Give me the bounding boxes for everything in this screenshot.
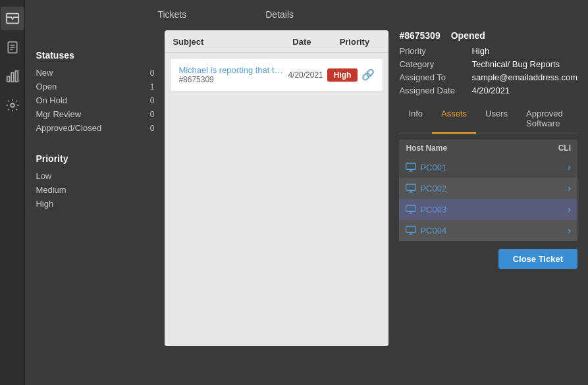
status-mgrreview-label: Mgr Review — [36, 109, 81, 119]
detail-row-assigned-to: Assigned To sample@emailaddress.com — [399, 72, 577, 82]
status-onhold-label: On Hold — [36, 95, 67, 105]
assets-content: Host Name CLI PC001 › — [399, 140, 577, 241]
document-icon[interactable] — [1, 36, 24, 59]
gear-icon[interactable] — [1, 93, 24, 117]
status-new-label: New — [36, 68, 53, 78]
inbox-icon[interactable] — [1, 7, 24, 30]
svg-rect-6 — [11, 73, 14, 82]
status-open-label: Open — [36, 82, 57, 91]
status-mgrreview[interactable]: Mgr Review 0 — [36, 107, 154, 121]
priority-section: Priority Low Medium High — [36, 153, 154, 211]
detail-category-key: Category — [399, 59, 471, 69]
monitor-icon-pc003 — [406, 205, 416, 214]
status-approved-closed-label: Approved/Closed — [36, 123, 101, 133]
detail-priority-key: Priority — [399, 46, 471, 56]
chevron-right-icon-pc001: › — [568, 162, 571, 172]
status-approved-closed[interactable]: Approved/Closed 0 — [36, 121, 154, 135]
svg-point-8 — [11, 103, 14, 107]
tab-assets[interactable]: Assets — [432, 105, 476, 134]
asset-row-pc003[interactable]: PC003 › — [399, 199, 577, 220]
panels-container: Statuses New 0 Open 1 On Hold 0 Mgr Revi… — [36, 30, 577, 376]
statuses-title: Statuses — [36, 50, 154, 61]
svg-rect-9 — [406, 163, 416, 169]
chevron-right-icon-pc002: › — [568, 183, 571, 193]
detail-assigned-date-value: 4/20/2021 — [471, 86, 510, 95]
col-priority-header: Priority — [328, 37, 381, 47]
asset-name-pc003: PC003 — [406, 205, 446, 215]
tickets-header: Subject Date Priority — [165, 30, 388, 53]
col-subject-header: Subject — [173, 37, 275, 47]
chevron-right-icon-pc003: › — [568, 204, 571, 215]
tickets-container: Subject Date Priority Michael is reporti… — [165, 30, 388, 346]
panel-labels: Tickets Details — [36, 9, 577, 20]
svg-rect-12 — [406, 184, 416, 190]
detail-assigned-to-value: sample@emailaddress.com — [471, 72, 577, 82]
ticket-title: Michael is reporting that th... — [178, 65, 284, 75]
asset-name-pc002: PC002 — [406, 184, 446, 193]
detail-tabs: Info Assets Users Approved Software — [399, 105, 577, 134]
status-onhold[interactable]: On Hold 0 — [36, 93, 154, 107]
priority-medium[interactable]: Medium — [36, 183, 154, 197]
asset-pc001-label: PC001 — [420, 163, 446, 172]
opened-label: Opened — [451, 30, 485, 41]
ticket-id: #8675309 — [178, 75, 284, 84]
asset-row-pc002[interactable]: PC002 › — [399, 178, 577, 199]
ticket-priority-cell: High 🔗 — [327, 68, 375, 82]
status-new-count: 0 — [150, 68, 155, 78]
priority-badge: High — [327, 68, 358, 82]
attachment-icon: 🔗 — [361, 68, 375, 81]
monitor-icon-pc004 — [406, 226, 416, 235]
asset-row-pc001[interactable]: PC001 › — [399, 157, 577, 178]
detail-category-value: Technical/ Bug Reports — [471, 59, 560, 69]
status-new[interactable]: New 0 — [36, 66, 154, 80]
ticket-number: #8675309 — [399, 30, 440, 41]
svg-rect-18 — [406, 226, 416, 232]
asset-row-pc004[interactable]: PC004 › — [399, 220, 577, 241]
svg-rect-7 — [15, 71, 18, 82]
col-cli-header: CLI — [558, 143, 571, 153]
tab-users[interactable]: Users — [476, 105, 517, 134]
asset-pc002-label: PC002 — [420, 184, 446, 193]
main-content: Tickets Details Statuses New 0 Open 1 On… — [25, 0, 588, 385]
col-hostname-header: Host Name — [406, 143, 447, 153]
detail-assigned-to-key: Assigned To — [399, 72, 471, 82]
status-onhold-count: 0 — [150, 96, 155, 105]
priority-title: Priority — [36, 153, 154, 164]
ticket-subject: Michael is reporting that th... #8675309 — [178, 65, 284, 84]
asset-pc004-label: PC004 — [420, 226, 446, 236]
asset-name-pc001: PC001 — [406, 163, 446, 172]
chevron-right-icon-pc004: › — [568, 225, 571, 236]
priority-high[interactable]: High — [36, 197, 154, 211]
monitor-icon-pc001 — [406, 163, 416, 172]
priority-low[interactable]: Low — [36, 169, 154, 183]
tickets-panel-label: Tickets — [157, 9, 186, 20]
sidebar — [0, 0, 25, 385]
col-date-header: Date — [275, 37, 328, 47]
details-panel: #8675309 Opened Priority High Category T… — [399, 30, 577, 376]
left-panel: Statuses New 0 Open 1 On Hold 0 Mgr Revi… — [36, 30, 154, 376]
status-mgrreview-count: 0 — [150, 110, 155, 119]
svg-rect-15 — [406, 205, 416, 211]
tab-info[interactable]: Info — [399, 105, 432, 134]
svg-rect-5 — [7, 76, 9, 82]
details-top-row: #8675309 Opened — [399, 30, 577, 41]
tab-approved-software[interactable]: Approved Software — [517, 105, 577, 134]
detail-assigned-date-key: Assigned Date — [399, 86, 471, 95]
details-fields: Priority High Category Technical/ Bug Re… — [399, 46, 577, 95]
ticket-row[interactable]: Michael is reporting that th... #8675309… — [170, 58, 383, 91]
detail-row-assigned-date: Assigned Date 4/20/2021 — [399, 86, 577, 95]
status-open[interactable]: Open 1 — [36, 80, 154, 93]
status-open-count: 1 — [150, 82, 155, 91]
detail-row-category: Category Technical/ Bug Reports — [399, 59, 577, 69]
detail-row-priority: Priority High — [399, 46, 577, 56]
detail-priority-value: High — [471, 46, 489, 56]
asset-name-pc004: PC004 — [406, 226, 446, 236]
status-approved-closed-count: 0 — [150, 124, 155, 133]
chart-icon[interactable] — [1, 64, 24, 88]
monitor-icon-pc002 — [406, 184, 416, 193]
close-ticket-button[interactable]: Close Ticket — [498, 249, 577, 269]
ticket-date: 4/20/2021 — [284, 70, 327, 80]
statuses-list: New 0 Open 1 On Hold 0 Mgr Review 0 Appr… — [36, 66, 154, 135]
asset-pc003-label: PC003 — [420, 205, 446, 215]
details-panel-label: Details — [265, 9, 294, 20]
